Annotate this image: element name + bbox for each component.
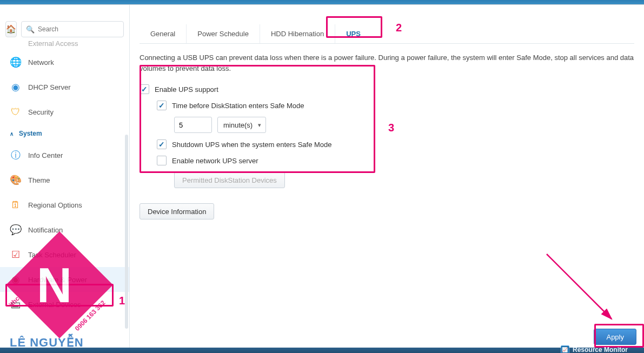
sidebar-item-info-center[interactable]: ⓘ Info Center (0, 143, 129, 168)
home-button[interactable]: 🏠 (5, 21, 17, 37)
checkbox-shutdown-ups[interactable] (157, 139, 167, 149)
time-value-input[interactable] (174, 117, 212, 133)
sidebar-item-external-devices[interactable]: 🖴 External Devices (0, 292, 129, 317)
shield-icon: 🛡 (10, 106, 22, 118)
dhcp-icon: ◉ (10, 81, 22, 93)
hardware-icon: ◉ (10, 274, 22, 285)
chat-icon: 💬 (10, 224, 22, 236)
sidebar-item-hardware-power[interactable]: ◉ Hardware & Power (0, 267, 129, 292)
sidebar-item-notification[interactable]: 💬 Notification (0, 217, 129, 242)
checkbox-network-ups[interactable] (157, 156, 167, 165)
taskbar (0, 348, 644, 353)
sidebar-item-theme[interactable]: 🎨 Theme (0, 168, 129, 192)
info-icon: ⓘ (10, 149, 22, 161)
description-text: Connecting a USB UPS can prevent data lo… (140, 52, 634, 74)
sidebar-item-task-scheduler[interactable]: ☑ Task Scheduler (0, 242, 129, 267)
time-unit-select[interactable]: minute(s) (217, 117, 266, 133)
network-icon: 🌐 (10, 56, 22, 68)
apply-button[interactable]: Apply (594, 329, 636, 345)
search-icon: 🔍 (26, 25, 35, 34)
tabs: General Power Schedule HDD Hibernation U… (140, 24, 634, 44)
sidebar-item-network[interactable]: 🌐 Network (0, 50, 129, 75)
option-network-ups[interactable]: Enable network UPS server (140, 152, 634, 169)
scrollbar[interactable] (125, 135, 128, 329)
sidebar-item-dhcp[interactable]: ◉ DHCP Server (0, 75, 129, 99)
tab-power-schedule[interactable]: Power Schedule (187, 24, 260, 43)
sidebar: 🏠 🔍 External Access 🌐 Network ◉ DHCP Ser… (0, 5, 130, 350)
device-information-button[interactable]: Device Information (140, 203, 214, 219)
chevron-up-icon: ∧ (10, 131, 14, 137)
permitted-devices-button: Permitted DiskStation Devices (174, 172, 285, 188)
option-shutdown-ups[interactable]: Shutdown UPS when the system enters Safe… (140, 136, 634, 152)
tab-ups[interactable]: UPS (335, 24, 371, 43)
sidebar-section-system[interactable]: ∧ System (0, 124, 129, 143)
option-time-before[interactable]: Time before DiskStation enters Safe Mode (140, 97, 634, 114)
sidebar-item-external-access[interactable]: External Access (0, 39, 129, 50)
check-icon: ☑ (10, 249, 22, 261)
theme-icon: 🎨 (10, 174, 22, 186)
content-area: General Power Schedule HDD Hibernation U… (130, 5, 644, 350)
checkbox-time-before[interactable] (157, 101, 167, 110)
checkbox-enable-ups[interactable] (140, 84, 149, 94)
tab-general[interactable]: General (140, 24, 187, 43)
option-enable-ups[interactable]: Enable UPS support (140, 81, 634, 97)
device-icon: 🖴 (10, 298, 22, 310)
sidebar-item-regional[interactable]: 🗓 Regional Options (0, 192, 129, 217)
search-input[interactable]: 🔍 (21, 21, 124, 37)
taskbar-resource-monitor[interactable]: 📈 Resource Monitor (561, 345, 628, 353)
monitor-icon: 📈 (561, 345, 569, 353)
calendar-icon: 🗓 (10, 199, 22, 211)
tab-hdd-hibernation[interactable]: HDD Hibernation (260, 24, 335, 43)
sidebar-item-security[interactable]: 🛡 Security (0, 99, 129, 124)
